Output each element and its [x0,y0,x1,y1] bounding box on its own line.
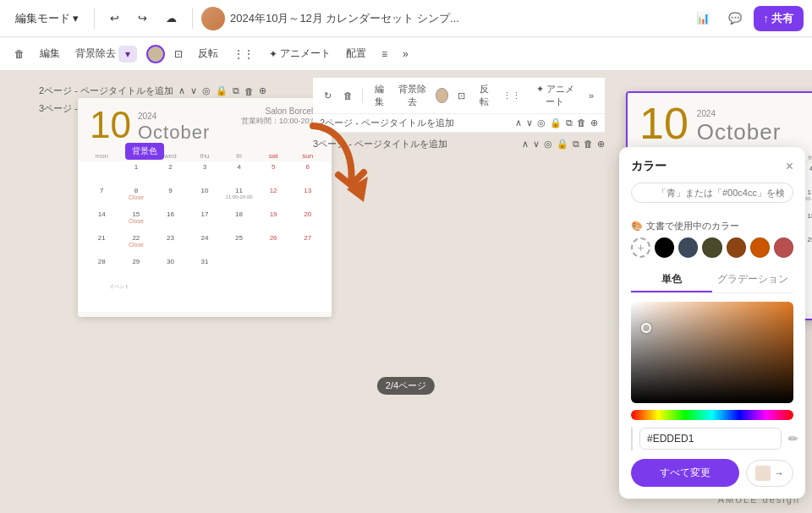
cell-30: 30 [153,256,188,280]
swatch-black[interactable] [655,237,674,258]
swatch-navy[interactable] [678,237,698,258]
arrow-next-button[interactable]: → [746,460,793,487]
lp-copy[interactable]: ⧉ [566,117,573,128]
align-button[interactable]: ≡ [376,45,393,63]
lp-lock[interactable]: 🔒 [550,117,562,128]
small-calendar-page: 10 2024 October Salon Borcelle 営業時間：10:0… [78,98,332,317]
lb-arrow-down[interactable]: ∨ [533,139,540,150]
lock-icon: 🔒 [216,85,228,96]
more-button[interactable]: » [397,45,414,63]
add-color-button[interactable]: + [631,237,650,258]
cell-22: 22Close [119,232,154,256]
cloud-button[interactable]: ☁ [159,8,184,28]
lpt-grid-btn[interactable]: ⋮⋮ [498,89,525,103]
edit-button[interactable]: 編集 [34,43,66,64]
lpt-more-btn[interactable]: » [584,89,598,102]
cell-19: 19 [256,209,291,232]
color-gradient-box[interactable] [631,302,793,403]
crop-button[interactable]: ⊡ [168,45,189,63]
comment-button[interactable]: 💬 [721,8,749,28]
apply-all-button[interactable]: すべて変更 [631,459,739,487]
lp-arrow-up[interactable]: ∧ [515,117,522,128]
trash-icon: 🗑 [14,48,25,60]
color-hue-bar[interactable] [631,410,793,420]
hex-input[interactable] [639,428,782,450]
cell-15: 15Close [119,209,154,232]
swatch-orange[interactable] [750,237,770,258]
lpt-animate-btn[interactable]: ✦ アニメート [529,81,580,110]
edit-label: 編集 [40,46,60,61]
dh-sun: sun [290,152,325,160]
lp-add[interactable]: ⊕ [590,117,598,128]
large-page-label: 2ページ - ページタイトルを追加 [320,117,454,129]
chevron-down-icon2: ∨ [190,85,197,96]
bg-remove-button[interactable]: 背景除去 ▾ [69,42,143,66]
tab-gradient[interactable]: グラデーション [712,268,793,292]
cell-7: 7 [85,185,119,209]
small-page-title: 2ページ - ページタイトルを追加 [39,85,173,97]
chart-button[interactable]: 📊 [689,8,716,28]
small-year-month: 2024 October [138,112,210,144]
share-button[interactable]: ↑ 共有 [754,6,804,31]
dh-fri: fri [222,152,256,160]
small-day-number: 10 [90,106,131,144]
del-btn[interactable]: 🗑 [339,89,357,102]
arrow-right-icon: → [774,467,784,479]
animate-button[interactable]: ✦ アニメート [263,43,337,64]
color-section-label: 🎨 文書で使用中のカラー [631,220,793,232]
small-day-headers: mon tue wed thu fri sat sun [78,149,332,161]
grid-button[interactable]: ⋮⋮ [228,45,260,63]
trash-button[interactable]: 🗑 [8,45,30,63]
lb-eye[interactable]: ◎ [544,139,552,150]
swatch-red[interactable] [774,237,793,258]
week-1: 1 2 3 4 5 6 [85,161,325,185]
lpt-crop-btn[interactable]: ⊡ [453,89,469,103]
undo-button[interactable]: ↩ [103,8,126,28]
swatch-olive[interactable] [702,237,721,258]
lpt-flip-btn[interactable]: 反転 [473,81,496,110]
cell-29: 29 [119,256,154,280]
small-cal-footer [78,312,332,317]
color-panel-close-button[interactable]: × [786,159,793,174]
lpt-edit-btn[interactable]: 編集 [368,81,391,110]
cell-11: 1111:00-20:00 [222,185,256,209]
small-month-name: October [138,122,210,144]
color-search-input[interactable] [631,183,793,203]
lb-arrow-up[interactable]: ∧ [522,139,529,150]
eye-icon: ◎ [202,85,211,96]
small-right-info: Salon Borcelle 営業時間：10:00-20:00 [241,106,320,127]
tooltip-text: 背景色 [132,146,157,156]
refresh-btn[interactable]: ↻ [320,89,336,103]
color-tabs: 単色 グラデーション [631,268,793,293]
position-button[interactable]: 配置 [340,43,372,64]
week-4: 21 22Close 23 24 25 26 27 [85,232,325,256]
lb-copy[interactable]: ⧉ [573,139,579,150]
swatch-brown[interactable] [727,237,746,258]
color-preview [631,427,633,450]
lb-trash[interactable]: 🗑 [584,139,593,150]
canvas-area: 背景色 2ページ - ページタイトルを追加 ∧ ∨ ◎ 🔒 ⧉ 🗑 ⊕ 10 2… [0,71,812,513]
week-3: 14 15Close 16 17 18 19 20 [85,209,325,232]
color-swatch-active[interactable] [146,45,165,63]
lb-lock[interactable]: 🔒 [557,139,568,150]
cell-23: 23 [153,232,188,256]
color-panel: カラー × 🔍 🎨 文書で使用中のカラー + 単色 グラデーション [619,147,805,499]
lp-arrow-down[interactable]: ∨ [526,117,533,128]
lpt-color-swatch[interactable] [436,88,447,103]
large-bottom-toolbar: 3ページ - ページタイトルを追加 ∧ ∨ ◎ 🔒 ⧉ 🗑 ⊕ [313,138,605,150]
gradient-cursor[interactable] [641,323,651,333]
add-icon: ⊕ [259,85,266,96]
eyedropper-button[interactable]: ✏ [788,432,798,445]
animate-icon: ✦ [269,48,277,60]
cell-e3 [290,256,325,280]
redo-button[interactable]: ↪ [131,8,154,28]
flip-button[interactable]: 反転 [192,43,224,64]
lpt-bg-btn[interactable]: 背景除去 [394,81,431,110]
lp-trash[interactable]: 🗑 [577,117,586,128]
comment-icon: 💬 [728,12,742,25]
tab-solid[interactable]: 単色 [631,268,712,292]
lb-add[interactable]: ⊕ [597,139,605,150]
cell-13: 13 [290,185,325,209]
edit-mode-button[interactable]: 編集モード ▾ [8,8,85,30]
lp-eye[interactable]: ◎ [537,117,546,128]
